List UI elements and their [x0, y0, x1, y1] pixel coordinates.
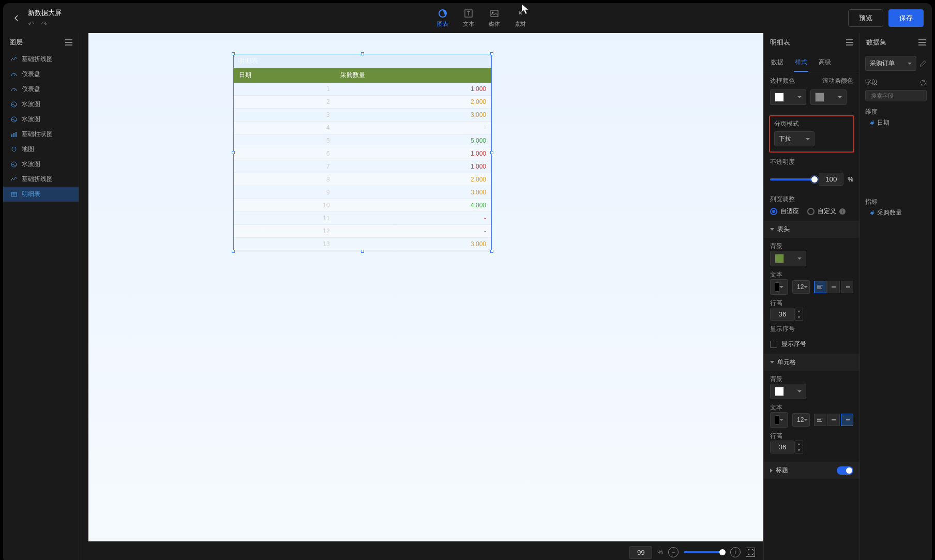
resize-handle-rm[interactable]: [490, 151, 493, 154]
opacity-slider[interactable]: [770, 178, 815, 180]
resize-handle-bm[interactable]: [361, 250, 364, 253]
header-bg-select[interactable]: [770, 251, 806, 266]
svg-point-4: [492, 11, 494, 13]
layer-item-5[interactable]: 基础柱状图: [3, 127, 79, 142]
colwidth-auto-radio[interactable]: 自适应: [770, 207, 799, 216]
fit-screen-button[interactable]: ⛶: [746, 548, 755, 557]
cell-align-right[interactable]: [841, 414, 853, 426]
preview-button[interactable]: 预览: [848, 9, 883, 27]
refresh-icon[interactable]: [919, 79, 927, 86]
stepper-up-2[interactable]: ▲: [795, 441, 803, 447]
table-row: 82,000: [234, 173, 491, 186]
layer-item-0[interactable]: 基础折线图: [3, 52, 79, 67]
cell-align-center[interactable]: [827, 414, 840, 426]
field-search[interactable]: [865, 90, 927, 101]
resize-handle-br[interactable]: [490, 250, 493, 253]
colwidth-custom-radio[interactable]: 自定义 i: [807, 207, 846, 216]
header-lineheight-input[interactable]: [770, 308, 795, 321]
layer-item-1[interactable]: 仪表盘: [3, 67, 79, 82]
layer-item-3[interactable]: 水波图: [3, 97, 79, 112]
table-row: 93,000: [234, 186, 491, 199]
zoom-out-button[interactable]: −: [668, 547, 678, 557]
section-header-toggle[interactable]: 表头: [764, 221, 859, 238]
tool-text[interactable]: T文本: [463, 9, 474, 28]
layers-menu-icon[interactable]: [65, 39, 72, 46]
svg-line-5: [14, 74, 16, 76]
layer-item-9[interactable]: 明细表: [3, 187, 79, 202]
cell-lineheight-input[interactable]: [770, 441, 795, 453]
line-icon: [10, 176, 18, 183]
resize-handle-bl[interactable]: [232, 250, 235, 253]
zoom-percent-label: %: [657, 549, 663, 556]
dataset-menu-icon[interactable]: [918, 39, 926, 46]
layer-item-2[interactable]: 仪表盘: [3, 82, 79, 97]
title-toggle[interactable]: [837, 466, 853, 475]
section-title-toggle[interactable]: 标题: [764, 462, 859, 479]
svg-rect-10: [13, 133, 14, 137]
detail-table-widget[interactable]: 明细表 日期采购数量 11,00022,00033,0004-55,00061,…: [233, 54, 492, 251]
metric-field[interactable]: #采购数量: [865, 206, 927, 219]
prop-tab-0[interactable]: 数据: [770, 56, 785, 72]
zoom-slider[interactable]: [684, 551, 725, 553]
bar-icon: [10, 131, 18, 138]
dimension-field[interactable]: #日期: [865, 116, 927, 129]
undo-button[interactable]: ↶: [28, 20, 34, 28]
border-color-select[interactable]: [770, 89, 806, 105]
prop-tab-2[interactable]: 高级: [818, 56, 832, 72]
fields-label: 字段: [865, 78, 878, 87]
opacity-label: 不透明度: [770, 158, 795, 165]
gauge-icon: [10, 86, 18, 93]
zoom-input[interactable]: [629, 546, 652, 559]
stepper-down[interactable]: ▼: [795, 314, 803, 321]
header-fontsize-select[interactable]: 12: [792, 280, 810, 294]
cell-bg-select[interactable]: [770, 384, 806, 399]
resize-handle-tl[interactable]: [232, 52, 235, 55]
tool-media[interactable]: 媒体: [489, 9, 500, 28]
colwidth-label: 列宽调整: [770, 195, 795, 203]
back-button[interactable]: [11, 13, 22, 23]
layer-item-6[interactable]: 地图: [3, 142, 79, 157]
scrollbar-color-select[interactable]: [810, 89, 847, 105]
paging-mode-select[interactable]: 下拉: [774, 131, 815, 146]
opacity-input[interactable]: [819, 173, 843, 186]
show-index-label: 显示序号: [770, 325, 853, 334]
edit-icon[interactable]: [919, 60, 927, 67]
border-color-label: 边框颜色: [770, 77, 799, 85]
stepper-up[interactable]: ▲: [795, 308, 803, 314]
widget-title: 明细表: [234, 54, 491, 68]
table-row: 11-: [234, 212, 491, 225]
resize-handle-lm[interactable]: [232, 151, 235, 154]
info-icon: i: [839, 208, 846, 215]
svg-rect-3: [491, 10, 498, 17]
prop-tab-1[interactable]: 样式: [794, 56, 808, 72]
header-align-left[interactable]: [814, 281, 826, 293]
stepper-down-2[interactable]: ▼: [795, 447, 803, 453]
section-cell-toggle[interactable]: 单元格: [764, 354, 859, 371]
zoom-in-button[interactable]: +: [730, 547, 741, 557]
props-menu-icon[interactable]: [846, 39, 853, 46]
cell-fontsize-select[interactable]: 12: [792, 413, 810, 427]
table-row: 4-: [234, 122, 491, 134]
resize-handle-tm[interactable]: [361, 52, 364, 55]
header-lineheight-label: 行高: [770, 299, 853, 308]
tool-chart[interactable]: 图表: [437, 9, 448, 28]
save-button[interactable]: 保存: [888, 9, 924, 27]
dataset-select[interactable]: 采购订单: [865, 56, 916, 71]
redo-button[interactable]: ↷: [41, 20, 48, 28]
layer-item-4[interactable]: 水波图: [3, 112, 79, 127]
layer-item-7[interactable]: 水波图: [3, 157, 79, 172]
cell-text-color-select[interactable]: [770, 412, 788, 428]
table-row: 104,000: [234, 199, 491, 212]
layer-item-8[interactable]: 基础折线图: [3, 172, 79, 187]
layers-title: 图层: [9, 38, 23, 47]
table-header: 日期: [234, 68, 335, 83]
cell-align-left[interactable]: [814, 414, 826, 426]
resize-handle-tr[interactable]: [490, 52, 493, 55]
field-search-input[interactable]: [871, 93, 932, 99]
header-text-color-select[interactable]: [770, 279, 788, 295]
header-align-center[interactable]: [827, 281, 840, 293]
canvas[interactable]: 明细表 日期采购数量 11,00022,00033,0004-55,00061,…: [88, 33, 763, 541]
show-index-checkbox[interactable]: [770, 341, 777, 348]
tool-material[interactable]: 素材: [515, 9, 526, 28]
header-align-right[interactable]: [841, 281, 853, 293]
